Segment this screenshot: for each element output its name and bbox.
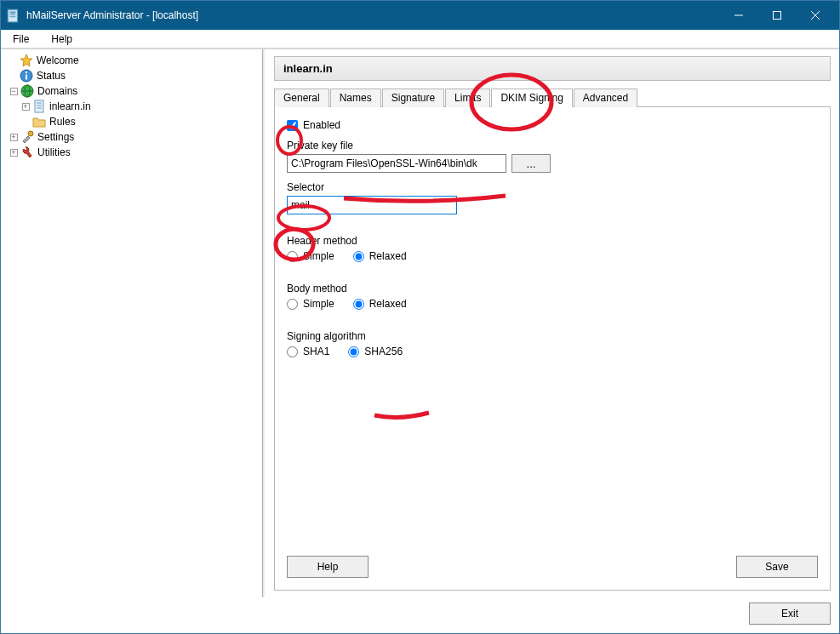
tab-names[interactable]: Names xyxy=(330,89,381,107)
signing-algorithm-label: Signing algorithm xyxy=(287,330,818,342)
content-area: Welcome Status − Domains + inlearn.in Ru… xyxy=(1,49,839,597)
enabled-label: Enabled xyxy=(303,119,340,131)
option-label: Relaxed xyxy=(369,250,407,262)
header-relaxed-radio[interactable] xyxy=(353,251,364,262)
option-label: SHA256 xyxy=(364,346,403,357)
tree-label: Settings xyxy=(37,131,74,143)
titlebar: hMailServer Administrator - [localhost] xyxy=(1,1,839,30)
tabs: General Names Signature Limits DKIM Sign… xyxy=(274,88,831,106)
body-relaxed-radio[interactable] xyxy=(353,299,364,310)
option-label: Relaxed xyxy=(369,298,407,310)
private-key-file-input[interactable] xyxy=(287,154,506,173)
folder-icon xyxy=(32,115,46,129)
option-label: Simple xyxy=(303,298,334,310)
option-label: Simple xyxy=(303,250,334,262)
browse-button[interactable]: ... xyxy=(511,154,551,173)
tree-utilities[interactable]: + Utilities xyxy=(4,145,262,160)
svg-marker-8 xyxy=(20,54,32,66)
page-title: inlearn.in xyxy=(274,56,831,81)
info-icon xyxy=(20,69,33,83)
svg-rect-10 xyxy=(26,75,27,80)
tab-limits[interactable]: Limits xyxy=(445,89,490,107)
tab-body: Enabled Private key file ... Selector He… xyxy=(274,106,831,591)
header-simple-radio[interactable] xyxy=(287,251,298,262)
tree-label: Utilities xyxy=(37,146,71,158)
menu-help[interactable]: Help xyxy=(46,31,77,47)
expand-icon[interactable]: + xyxy=(10,134,18,141)
menu-file[interactable]: File xyxy=(8,31,34,47)
tab-general[interactable]: General xyxy=(274,89,329,107)
app-icon xyxy=(6,8,21,23)
tab-advanced[interactable]: Advanced xyxy=(574,89,637,107)
tree-label: Rules xyxy=(49,116,76,128)
nav-tree: Welcome Status − Domains + inlearn.in Ru… xyxy=(1,49,263,597)
tree-domains[interactable]: − Domains xyxy=(4,83,262,99)
tools-icon xyxy=(20,130,34,144)
tree-label: Status xyxy=(37,70,66,82)
menubar: File Help xyxy=(1,30,839,49)
selector-input[interactable] xyxy=(287,196,457,214)
star-icon xyxy=(20,54,33,67)
window-title: hMailServer Administrator - [localhost] xyxy=(26,9,719,21)
exit-button[interactable]: Exit xyxy=(749,603,831,625)
close-button[interactable] xyxy=(796,3,834,28)
tree-label: Welcome xyxy=(37,54,79,66)
tab-signature[interactable]: Signature xyxy=(382,89,444,107)
tree-status[interactable]: Status xyxy=(16,68,262,83)
save-button[interactable]: Save xyxy=(736,556,818,578)
enabled-checkbox[interactable] xyxy=(287,120,298,131)
collapse-icon[interactable]: − xyxy=(10,88,18,95)
tree-domain-item[interactable]: + inlearn.in xyxy=(16,99,262,114)
selector-label: Selector xyxy=(287,181,818,193)
tree-label: Domains xyxy=(37,85,77,97)
bottom-bar: Exit xyxy=(1,597,839,633)
svg-rect-3 xyxy=(10,16,16,17)
svg-rect-15 xyxy=(35,100,43,112)
expand-icon[interactable]: + xyxy=(22,103,30,111)
svg-point-19 xyxy=(28,131,33,136)
tab-dkim-signing[interactable]: DKIM Signing xyxy=(491,89,572,107)
tree-welcome[interactable]: Welcome xyxy=(16,53,262,68)
header-method-label: Header method xyxy=(287,235,818,247)
detail-pane: inlearn.in General Names Signature Limit… xyxy=(266,49,839,597)
tree-label: inlearn.in xyxy=(49,100,91,112)
svg-rect-5 xyxy=(773,12,780,20)
body-simple-radio[interactable] xyxy=(287,299,298,310)
wrench-icon xyxy=(20,146,34,159)
tree-settings[interactable]: + Settings xyxy=(4,129,262,145)
svg-point-11 xyxy=(26,71,27,73)
document-icon xyxy=(32,100,46,113)
sha1-radio[interactable] xyxy=(287,346,298,357)
option-label: SHA1 xyxy=(303,346,329,357)
svg-rect-0 xyxy=(8,9,17,22)
maximize-button[interactable] xyxy=(757,3,796,28)
expand-icon[interactable]: + xyxy=(10,149,18,157)
minimize-button[interactable] xyxy=(719,3,757,28)
body-method-label: Body method xyxy=(287,283,818,294)
svg-rect-2 xyxy=(10,14,16,15)
globe-icon xyxy=(20,84,34,98)
private-key-file-label: Private key file xyxy=(287,140,818,151)
tree-rules[interactable]: Rules xyxy=(16,114,262,129)
help-button[interactable]: Help xyxy=(287,556,369,578)
svg-rect-1 xyxy=(10,12,16,14)
sha256-radio[interactable] xyxy=(348,346,359,357)
